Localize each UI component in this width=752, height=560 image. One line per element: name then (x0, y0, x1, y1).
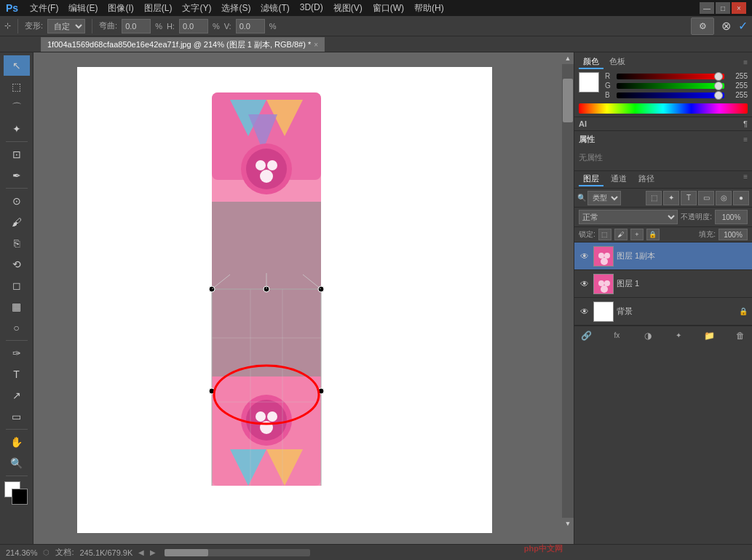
layer-lock-icon: 🔒 (739, 307, 748, 315)
hand-tool[interactable]: ✋ (4, 432, 30, 452)
canvas-area[interactable]: ▲ ▼ (33, 52, 574, 544)
type-tool[interactable]: T (4, 364, 30, 384)
shape-select[interactable]: 自定 (47, 19, 85, 33)
shape-label: 变形: (25, 20, 43, 31)
list-item[interactable]: 👁 图层 1副本 (574, 242, 752, 270)
bend-input[interactable] (122, 19, 151, 33)
status-arrow-right[interactable]: ▶ (150, 548, 156, 556)
list-item[interactable]: 👁 图层 1 (574, 270, 752, 298)
color-panel-menu[interactable]: ≡ (743, 58, 748, 66)
tab-channels[interactable]: 通道 (606, 173, 631, 186)
menu-item-f[interactable]: 文件(F) (25, 1, 63, 16)
move-tool[interactable]: ↖ (4, 55, 30, 76)
fill-input[interactable] (719, 229, 748, 240)
scroll-down-btn[interactable]: ▼ (562, 518, 574, 529)
g-slider-handle[interactable] (714, 82, 723, 90)
layers-panel-menu[interactable]: ≡ (743, 173, 748, 186)
document-tab[interactable]: 1f004a1569d68cfaa850e16e42ea71f.jpg @ 21… (41, 37, 325, 52)
layer-visibility-toggle[interactable]: 👁 (579, 306, 590, 318)
v-input[interactable] (236, 19, 265, 33)
b-slider-handle[interactable] (714, 91, 723, 100)
menu-item-s[interactable]: 选择(S) (217, 1, 255, 16)
crop-tool[interactable]: ⊡ (4, 144, 30, 165)
r-slider-handle[interactable] (714, 72, 723, 81)
dodge-tool[interactable]: ○ (4, 318, 30, 338)
color-spectrum[interactable] (579, 103, 748, 114)
lock-transparent-btn[interactable]: ⬚ (598, 229, 612, 240)
path-select-tool[interactable]: ↗ (4, 385, 30, 406)
new-group-btn[interactable]: 📁 (702, 328, 717, 343)
pen-tool[interactable]: ✑ (4, 343, 30, 363)
brush-tool[interactable]: 🖌 (4, 212, 30, 232)
history-tool[interactable]: ⟲ (4, 254, 30, 275)
layer-visibility-toggle[interactable]: 👁 (579, 278, 590, 290)
shape-tool[interactable]: ▭ (4, 406, 30, 427)
layer-visibility-toggle[interactable]: 👁 (579, 251, 590, 262)
confirm-transform-icon[interactable]: ✓ (738, 19, 748, 33)
foreground-color-swatch[interactable] (12, 489, 28, 505)
tool-icon: ⊹ (4, 21, 11, 31)
tab-layers[interactable]: 图层 (579, 173, 603, 186)
minimize-btn[interactable]: — (700, 2, 714, 14)
filter-pixel-btn[interactable]: ⬚ (646, 191, 662, 205)
menu-item-dd[interactable]: 3D(D) (296, 1, 328, 16)
stamp-tool[interactable]: ⎘ (4, 233, 30, 253)
menu-item-y[interactable]: 文字(Y) (178, 1, 215, 16)
options-icon[interactable]: ⚙ (691, 17, 714, 35)
layer-styles-btn[interactable]: fx (609, 328, 624, 343)
tab-close-btn[interactable]: × (314, 41, 318, 49)
status-arrow-left[interactable]: ◀ (138, 548, 144, 556)
cancel-transform-icon[interactable]: ⊗ (721, 19, 731, 33)
delete-layer-btn[interactable]: 🗑 (733, 328, 748, 343)
close-btn[interactable]: × (732, 2, 746, 14)
fill-label: 填充: (699, 229, 716, 240)
spot-heal-tool[interactable]: ⊙ (4, 191, 30, 211)
layer-mask-btn[interactable]: ◑ (641, 328, 655, 343)
properties-menu[interactable]: ≡ (743, 135, 748, 143)
adjustment-layer-btn[interactable]: ✦ (671, 328, 686, 343)
color-swatch[interactable] (4, 481, 29, 506)
g-slider[interactable] (617, 83, 724, 89)
eraser-tool[interactable]: ◻ (4, 275, 30, 296)
window-controls[interactable]: —□× (700, 2, 746, 14)
lock-position-btn[interactable]: + (630, 229, 644, 240)
tab-swatches[interactable]: 色板 (605, 55, 630, 69)
opacity-label: 不透明度: (681, 212, 712, 222)
menu-item-v[interactable]: 视图(V) (329, 1, 367, 16)
menu-item-i[interactable]: 图像(I) (103, 1, 138, 16)
magic-wand-tool[interactable]: ✦ (4, 119, 30, 139)
paragraph-icon: ¶ (743, 119, 748, 128)
filter-adj-btn[interactable]: ✦ (663, 191, 679, 205)
menu-item-h[interactable]: 帮助(H) (410, 1, 448, 16)
menu-item-t[interactable]: 滤镜(T) (256, 1, 293, 16)
link-layers-btn[interactable]: 🔗 (579, 328, 593, 343)
filter-toggle[interactable]: ● (733, 191, 749, 205)
filter-shape-btn[interactable]: ▭ (698, 191, 714, 205)
blend-mode-select[interactable]: 正常 (579, 210, 678, 224)
vertical-scrollbar[interactable]: ▲ ▼ (562, 52, 574, 529)
filter-smart-btn[interactable]: ◎ (716, 191, 732, 205)
opacity-input[interactable] (715, 210, 748, 224)
eyedropper-tool[interactable]: ✒ (4, 165, 30, 186)
filter-type-select[interactable]: 类型 (587, 191, 621, 205)
scroll-up-btn[interactable]: ▲ (562, 52, 574, 64)
b-slider[interactable] (617, 92, 724, 98)
lock-all-btn[interactable]: 🔒 (646, 229, 660, 240)
r-slider[interactable] (617, 74, 724, 79)
menu-item-w[interactable]: 窗口(W) (368, 1, 408, 16)
filter-type-btn[interactable]: T (681, 191, 697, 205)
scroll-thumb[interactable] (563, 79, 573, 122)
marquee-tool[interactable]: ⬚ (4, 76, 30, 97)
tab-color[interactable]: 颜色 (579, 55, 603, 69)
lock-pixels-btn[interactable]: 🖌 (614, 229, 628, 240)
menu-item-e[interactable]: 编辑(E) (64, 1, 102, 16)
list-item[interactable]: 👁 背景 🔒 (574, 298, 752, 326)
zoom-tool[interactable]: 🔍 (4, 453, 30, 473)
gradient-tool[interactable]: ▦ (4, 296, 30, 317)
color-preview-swatch[interactable] (579, 72, 599, 92)
tab-paths[interactable]: 路径 (634, 173, 659, 186)
lasso-tool[interactable]: ⌒ (4, 98, 30, 118)
menu-item-l[interactable]: 图层(L) (140, 1, 177, 16)
h-input[interactable] (179, 19, 208, 33)
maximize-btn[interactable]: □ (716, 2, 730, 14)
